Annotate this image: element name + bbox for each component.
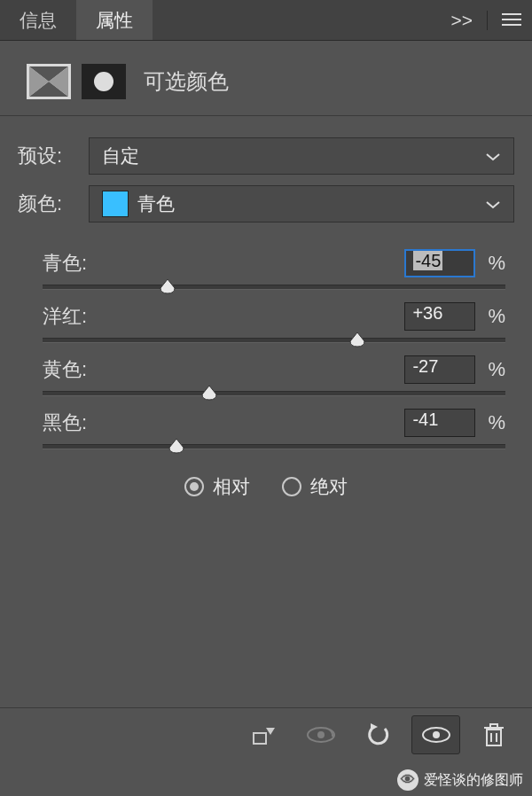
tab-properties[interactable]: 属性: [76, 0, 153, 40]
slider-thumb-black[interactable]: [167, 437, 186, 455]
preset-label: 预设:: [18, 143, 89, 169]
slider-thumb-magenta[interactable]: [348, 331, 367, 348]
radio-relative-label: 相对: [213, 474, 250, 499]
slider-cyan: 青色: -45 %: [43, 249, 505, 290]
tab-bar: 信息 属性 >>: [0, 0, 532, 41]
collapse-icon[interactable]: >>: [450, 10, 473, 31]
panel-title: 可选颜色: [144, 67, 229, 96]
chevron-down-icon: [485, 145, 501, 167]
radio-absolute-label: 绝对: [310, 474, 348, 499]
radio-absolute[interactable]: 绝对: [282, 474, 348, 499]
preset-select[interactable]: 自定: [89, 137, 514, 175]
view-previous-state-button[interactable]: [296, 715, 345, 754]
svg-rect-15: [487, 730, 501, 745]
svg-point-14: [433, 731, 440, 738]
colors-select[interactable]: 青色: [89, 185, 514, 222]
toggle-visibility-button[interactable]: [411, 715, 460, 754]
sliders-group: 青色: -45 % 洋红: +36 % 黄色: -27: [0, 233, 532, 449]
slider-thumb-cyan[interactable]: [158, 277, 177, 295]
slider-track-cyan[interactable]: [43, 285, 505, 290]
unit-yellow: %: [488, 358, 505, 381]
colors-label: 颜色:: [18, 191, 89, 217]
color-swatch: [102, 191, 129, 217]
value-input-cyan[interactable]: -45: [404, 249, 475, 277]
unit-black: %: [488, 411, 505, 434]
selective-color-icon: [27, 64, 71, 99]
svg-rect-8: [254, 733, 266, 744]
value-input-magenta[interactable]: +36: [404, 302, 475, 331]
clip-to-layer-button[interactable]: [239, 715, 287, 754]
svg-point-11: [317, 731, 325, 738]
slider-yellow: 黄色: -27 %: [43, 355, 505, 396]
unit-cyan: %: [488, 252, 505, 275]
weibo-icon: 👁: [397, 769, 419, 791]
panel-footer: [0, 707, 532, 761]
svg-marker-12: [371, 723, 378, 730]
slider-label-magenta: 洋红:: [43, 303, 404, 330]
slider-label-black: 黑色:: [43, 410, 404, 436]
watermark-text: 爱怪谈的修图师: [424, 771, 523, 790]
method-radios: 相对 绝对: [0, 474, 532, 499]
svg-rect-17: [490, 724, 497, 728]
layer-mask-icon[interactable]: [82, 64, 126, 99]
panel-menu-icon[interactable]: [502, 10, 521, 31]
slider-magenta: 洋红: +36 %: [43, 302, 505, 343]
radio-relative[interactable]: 相对: [184, 474, 250, 499]
tab-info[interactable]: 信息: [0, 0, 76, 40]
unit-magenta: %: [488, 305, 505, 328]
colors-value: 青色: [137, 191, 175, 216]
panel-header: 可选颜色: [0, 41, 532, 115]
tab-controls: >>: [450, 10, 532, 31]
slider-thumb-yellow[interactable]: [200, 384, 219, 402]
value-input-black[interactable]: -41: [404, 409, 475, 437]
preset-value: 自定: [102, 144, 139, 168]
slider-black: 黑色: -41 %: [43, 409, 505, 449]
chevron-down-icon: [485, 193, 501, 215]
slider-track-yellow[interactable]: [43, 391, 505, 396]
delete-button[interactable]: [469, 715, 518, 754]
value-input-yellow[interactable]: -27: [404, 355, 475, 384]
reset-button[interactable]: [354, 715, 403, 754]
slider-label-cyan: 青色:: [43, 250, 404, 277]
slider-track-black[interactable]: [43, 444, 505, 449]
svg-marker-9: [266, 728, 275, 735]
watermark: 👁 爱怪谈的修图师: [397, 769, 523, 791]
slider-label-yellow: 黄色:: [43, 356, 404, 383]
slider-track-magenta[interactable]: [43, 338, 505, 343]
